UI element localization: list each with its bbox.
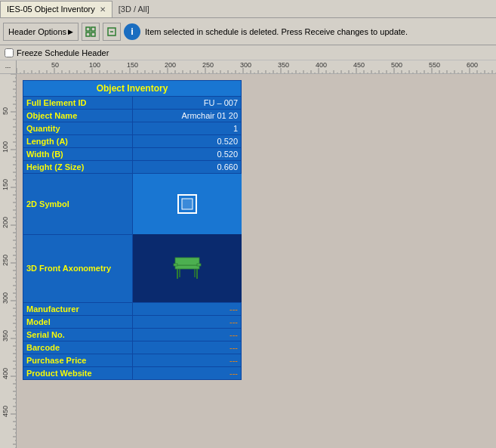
table-row: Model --- bbox=[23, 316, 242, 329]
row-value: --- bbox=[132, 367, 242, 380]
svg-rect-15 bbox=[197, 264, 201, 266]
object-inventory-table: Object Inventory Full Element ID FU – 00… bbox=[23, 80, 242, 380]
table-row: Barcode --- bbox=[23, 341, 242, 354]
freeze-bar: Freeze Schedule Header bbox=[0, 45, 496, 60]
info-message: Item selected in schedule is deleted. Pr… bbox=[145, 27, 408, 36]
svg-rect-8 bbox=[175, 265, 199, 269]
table-header-row: Object Inventory bbox=[23, 81, 242, 97]
table-row: Product Website --- bbox=[23, 367, 242, 380]
row-value: 0.520 bbox=[132, 148, 242, 161]
table-header-cell: Object Inventory bbox=[23, 81, 242, 97]
svg-rect-3 bbox=[91, 32, 95, 36]
table-row: Full Element ID FU – 007 bbox=[23, 97, 242, 110]
svg-rect-2 bbox=[86, 32, 90, 36]
collapse-icon-btn[interactable] bbox=[103, 23, 121, 41]
axon-cell bbox=[132, 234, 242, 303]
svg-rect-1 bbox=[91, 27, 95, 31]
table-row: Height (Z Size) 0.660 bbox=[23, 161, 242, 174]
table-row: Width (B) 0.520 bbox=[23, 148, 242, 161]
chevron-right-icon: ▶ bbox=[68, 28, 73, 36]
row-label: Product Website bbox=[23, 367, 133, 380]
2d-symbol-svg bbox=[176, 193, 199, 215]
header-options-button[interactable]: Header Options ▶ bbox=[3, 23, 79, 41]
freeze-label: Freeze Schedule Header bbox=[17, 48, 109, 57]
info-icon: i bbox=[124, 23, 140, 40]
close-icon[interactable]: ✕ bbox=[100, 5, 106, 14]
row-label: Purchase Price bbox=[23, 354, 133, 367]
v-ruler bbox=[0, 74, 17, 448]
row-label: Manufacturer bbox=[23, 303, 133, 316]
row-value: --- bbox=[132, 303, 242, 316]
row-label: Length (A) bbox=[23, 135, 133, 148]
row-value: Armchair 01 20 bbox=[132, 110, 242, 122]
row-value: FU – 007 bbox=[132, 97, 242, 110]
table-row: Object Name Armchair 01 20 bbox=[23, 110, 242, 122]
tab-label: IES-05 Object Inventory bbox=[7, 5, 95, 14]
tab2-label: [3D / All] bbox=[119, 5, 149, 14]
table-row: Manufacturer --- bbox=[23, 303, 242, 316]
collapse-icon bbox=[106, 26, 118, 38]
header-options-label: Header Options bbox=[8, 27, 66, 36]
svg-rect-7 bbox=[182, 199, 193, 209]
svg-rect-9 bbox=[175, 258, 199, 265]
row-label: Barcode bbox=[23, 341, 133, 354]
table-row: Serial No. --- bbox=[23, 329, 242, 341]
row-value: --- bbox=[132, 341, 242, 354]
row-label: Serial No. bbox=[23, 329, 133, 341]
row-value: --- bbox=[132, 354, 242, 367]
title-bar: IES-05 Object Inventory ✕ [3D / All] bbox=[0, 0, 496, 18]
main-area[interactable]: Object Inventory Full Element ID FU – 00… bbox=[0, 74, 496, 448]
ruler-area: ··· bbox=[0, 60, 496, 74]
ruler-ticks bbox=[17, 60, 496, 73]
row-label: Width (B) bbox=[23, 148, 133, 161]
row-label: Object Name bbox=[23, 110, 133, 122]
symbol-label: 2D Symbol bbox=[23, 174, 133, 235]
row-value: 0.660 bbox=[132, 161, 242, 174]
ruler-corner[interactable]: ··· bbox=[0, 60, 17, 73]
info-bar: i Item selected in schedule is deleted. … bbox=[124, 23, 493, 40]
row-label: Quantity bbox=[23, 122, 133, 135]
svg-rect-14 bbox=[174, 264, 177, 266]
schedule-area[interactable]: Object Inventory Full Element ID FU – 00… bbox=[17, 74, 496, 448]
expand-icon-btn[interactable] bbox=[82, 23, 100, 41]
table-row: Quantity 1 bbox=[23, 122, 242, 135]
row-value: --- bbox=[132, 329, 242, 341]
row-value: --- bbox=[132, 316, 242, 329]
tab-object-inventory[interactable]: IES-05 Object Inventory ✕ bbox=[0, 1, 112, 17]
symbol-row: 2D Symbol bbox=[23, 174, 242, 235]
svg-rect-0 bbox=[86, 27, 90, 31]
symbol-cell bbox=[132, 174, 242, 235]
row-value: 1 bbox=[132, 122, 242, 135]
table-row: Length (A) 0.520 bbox=[23, 135, 242, 148]
toolbar: Header Options ▶ i Item selected in sche… bbox=[0, 18, 496, 45]
expand-icon bbox=[85, 26, 97, 38]
row-label: Model bbox=[23, 316, 133, 329]
table-row: Purchase Price --- bbox=[23, 354, 242, 367]
row-label: Full Element ID bbox=[23, 97, 133, 110]
row-value: 0.520 bbox=[132, 135, 242, 148]
chair-3d-svg bbox=[168, 249, 207, 288]
axon-label: 3D Front Axonometry bbox=[23, 234, 133, 303]
axon-row: 3D Front Axonometry bbox=[23, 234, 242, 303]
row-label: Height (Z Size) bbox=[23, 161, 133, 174]
freeze-checkbox[interactable] bbox=[5, 48, 14, 57]
tab-3d-all[interactable]: [3D / All] bbox=[112, 1, 156, 17]
